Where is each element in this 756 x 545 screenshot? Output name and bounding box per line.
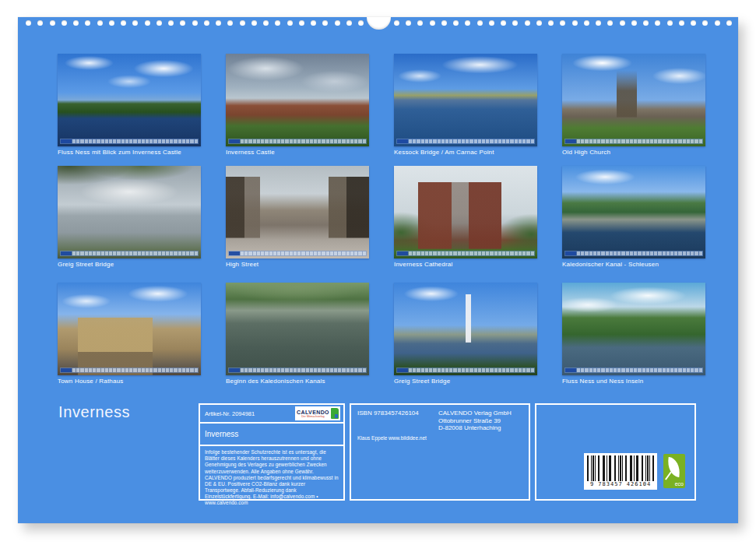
day-cell <box>297 251 301 255</box>
day-cell <box>174 139 177 143</box>
day-cell <box>646 251 649 255</box>
day-cell <box>153 139 156 143</box>
day-cell <box>490 368 493 372</box>
day-cell <box>683 139 686 143</box>
day-cell <box>445 139 448 143</box>
day-cell <box>453 368 456 372</box>
day-cell <box>129 139 132 143</box>
day-cell <box>421 368 424 372</box>
month-photo <box>562 54 705 146</box>
day-cell <box>678 368 681 372</box>
day-cell <box>597 251 600 255</box>
day-cell <box>646 139 649 143</box>
day-cell <box>433 251 436 255</box>
calendar-month-thumbnail: Greig Street Bridge <box>58 166 201 283</box>
day-cell <box>458 368 461 372</box>
day-cell <box>241 368 244 372</box>
day-cell <box>162 251 165 255</box>
day-cell <box>482 139 485 143</box>
publisher-address: CALVENDO Verlag GmbH Ottobrunner Straße … <box>438 410 512 441</box>
day-cell <box>597 368 600 372</box>
day-cell <box>634 139 637 143</box>
day-cell <box>630 368 633 372</box>
calvendo-logo: CALVENDO Der Mitmachverlag <box>295 406 340 420</box>
mini-month-date-strip <box>60 251 199 256</box>
day-cell <box>138 251 141 255</box>
day-cell <box>522 139 526 143</box>
day-cell <box>363 368 366 372</box>
day-cell <box>445 368 448 372</box>
binding-hole <box>50 20 55 26</box>
binding-hole <box>453 20 459 26</box>
day-cell <box>162 368 165 372</box>
day-cell <box>89 139 92 143</box>
day-cell <box>342 368 345 372</box>
day-cell <box>498 251 501 255</box>
day-cell <box>146 251 149 255</box>
day-cell <box>449 368 452 372</box>
day-cell <box>610 368 613 372</box>
month-label-cell <box>397 368 408 372</box>
day-cell <box>158 368 161 372</box>
day-cell <box>413 139 416 143</box>
mini-month-date-strip <box>564 251 703 256</box>
day-cell <box>322 251 325 255</box>
day-cell <box>244 139 248 143</box>
binding-hole <box>715 20 720 26</box>
day-cell <box>474 139 477 143</box>
day-cell <box>248 368 251 372</box>
day-cell <box>429 368 432 372</box>
day-cell <box>301 251 304 255</box>
day-cell <box>678 251 681 255</box>
day-cell <box>462 251 465 255</box>
leaf-icon <box>666 457 681 477</box>
day-cell <box>486 251 489 255</box>
day-cell <box>109 368 112 372</box>
day-cell <box>433 139 436 143</box>
day-cell <box>310 368 313 372</box>
day-cell <box>281 251 284 255</box>
binding-hole <box>584 20 589 26</box>
day-cell <box>322 368 325 372</box>
day-cell <box>601 368 604 372</box>
day-cell <box>257 251 260 255</box>
day-cell <box>153 251 156 255</box>
day-cell <box>97 139 100 143</box>
day-cell <box>174 368 177 372</box>
day-cell <box>482 368 485 372</box>
binding-hole <box>251 20 257 26</box>
day-cell <box>334 251 337 255</box>
day-cell <box>93 368 96 372</box>
day-cell <box>694 139 698 143</box>
binding-hole <box>417 20 423 26</box>
day-cell <box>93 251 96 255</box>
calendar-month-thumbnail: Fluss Ness und Ness Inseln <box>562 283 705 392</box>
month-photo <box>562 283 705 375</box>
day-cell <box>281 368 284 372</box>
binding-hole <box>631 20 637 26</box>
binding-hole <box>156 20 162 26</box>
day-cell <box>601 251 604 255</box>
day-cell <box>277 368 280 372</box>
day-cell <box>498 368 501 372</box>
day-cell <box>101 139 104 143</box>
day-cell <box>93 139 96 143</box>
day-cell <box>170 251 173 255</box>
day-cell <box>174 251 177 255</box>
calendar-back-page: Fluss Ness mit Blick zum Inverness Castl… <box>18 17 738 523</box>
mini-month-date-strip <box>228 251 367 256</box>
day-cell <box>138 139 141 143</box>
binding-hole <box>132 20 138 26</box>
mini-month-date-strip <box>396 367 535 373</box>
day-cell <box>614 251 617 255</box>
day-cell <box>314 139 317 143</box>
day-cell <box>342 251 345 255</box>
day-cell <box>80 368 83 372</box>
month-label-cell <box>61 139 72 143</box>
day-cell <box>178 251 181 255</box>
binding-hole <box>358 20 364 26</box>
day-cell <box>585 368 588 372</box>
article-number-row: Artikel-Nr. 2094981 CALVENDO Der Mitmach… <box>200 405 343 424</box>
day-cell <box>526 139 529 143</box>
day-cell <box>113 139 116 143</box>
